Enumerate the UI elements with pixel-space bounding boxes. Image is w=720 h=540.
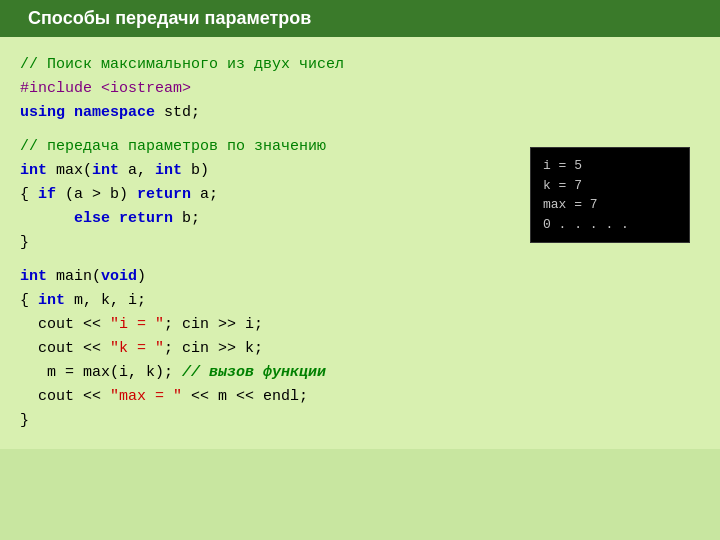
terminal-line-3: max = 7 [543, 195, 677, 215]
content-area: // Поиск максимального из двух чисел #in… [0, 37, 720, 449]
code-line-9: int main(void) [20, 265, 700, 289]
code-line-1: // Поиск максимального из двух чисел [20, 53, 700, 77]
code-line-14: cout << "max = " << m << endl; [20, 385, 700, 409]
terminal-line-1: i = 5 [543, 156, 677, 176]
code-line-15: } [20, 409, 700, 433]
title-bar: Способы передачи параметров [0, 0, 720, 37]
terminal-line-4: 0 . . . . . [543, 215, 677, 235]
code-line-11: cout << "i = "; cin >> i; [20, 313, 700, 337]
code-line-3: using namespace std; [20, 101, 700, 125]
terminal-box: i = 5 k = 7 max = 7 0 . . . . . [530, 147, 690, 243]
code-block: // Поиск максимального из двух чисел #in… [20, 53, 700, 433]
title-text: Способы передачи параметров [28, 8, 311, 29]
code-line-2: #include <iostream> [20, 77, 700, 101]
blank-2 [20, 255, 700, 265]
code-line-13: m = max(i, k); // вызов функции [20, 361, 700, 385]
code-line-10: { int m, k, i; [20, 289, 700, 313]
blank-1 [20, 125, 700, 135]
terminal-line-2: k = 7 [543, 176, 677, 196]
code-line-12: cout << "k = "; cin >> k; [20, 337, 700, 361]
